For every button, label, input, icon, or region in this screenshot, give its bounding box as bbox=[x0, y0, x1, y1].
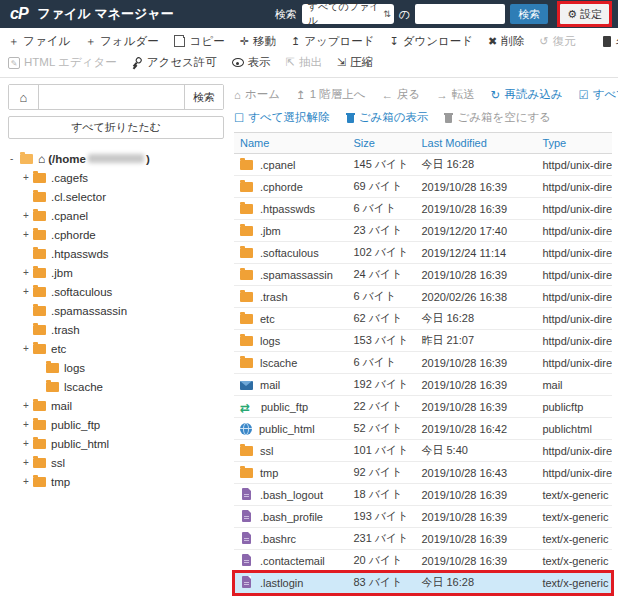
settings-button[interactable]: ⚙ 設定 bbox=[560, 4, 609, 24]
type-cell: text/x-generic bbox=[536, 506, 612, 528]
tree-toggle-icon[interactable]: + bbox=[23, 172, 33, 183]
tree-item-tmp[interactable]: +tmp bbox=[8, 472, 224, 491]
extract-button[interactable]: ⇱抽出 bbox=[286, 55, 322, 70]
delete-button[interactable]: ✖削除 bbox=[488, 34, 524, 49]
upload-button[interactable]: ↥アップロード bbox=[291, 34, 375, 49]
column-header-last-modified[interactable]: Last Modified bbox=[415, 133, 536, 154]
copy-button[interactable]: コピー bbox=[174, 34, 225, 49]
search-input[interactable] bbox=[415, 4, 505, 24]
home-button[interactable]: ⌂ bbox=[9, 85, 39, 109]
tree-toggle-icon[interactable]: + bbox=[23, 419, 33, 430]
tree-toggle-icon[interactable]: + bbox=[23, 457, 33, 468]
tree-toggle-icon[interactable]: + bbox=[23, 438, 33, 449]
html-editor-button[interactable]: ✎HTML エディター bbox=[8, 55, 117, 70]
column-header-name[interactable]: Name bbox=[234, 133, 347, 154]
tree-toggle-icon[interactable]: + bbox=[23, 210, 33, 221]
table-row-.softaculous[interactable]: .softaculous102 バイト2019/12/24 11:14httpd… bbox=[234, 242, 612, 264]
tree-item-lscache[interactable]: lscache bbox=[8, 377, 224, 396]
search-button[interactable]: 検索 bbox=[510, 4, 548, 24]
tree-item-home[interactable]: -⌂(/home) bbox=[8, 149, 224, 168]
table-row-public_html[interactable]: public_html52 バイト2019/10/28 16:42publich… bbox=[234, 418, 612, 440]
size-cell: 231 バイト bbox=[347, 528, 415, 550]
table-row-logs[interactable]: logs153 バイト昨日 21:07httpd/unix-directory bbox=[234, 330, 612, 352]
tree-item-public_ftp[interactable]: +public_ftp bbox=[8, 415, 224, 434]
tree-item-public_html[interactable]: +public_html bbox=[8, 434, 224, 453]
tree-item-.spamassassin[interactable]: .spamassassin bbox=[8, 301, 224, 320]
table-row-.spamassassinboxenable[interactable]: .spamassassinboxenable0 バイト2019/10/28 16… bbox=[234, 594, 612, 597]
back-button[interactable]: ←戻る bbox=[382, 87, 421, 102]
tree-item-label: .cphorde bbox=[51, 229, 96, 241]
table-row-.cpanel[interactable]: .cpanel145 バイト今日 16:28httpd/unix-directo… bbox=[234, 154, 612, 176]
rename-button[interactable]: 名前の変更 bbox=[603, 34, 618, 49]
tree-toggle-icon[interactable]: + bbox=[23, 229, 33, 240]
tree-item-.cphorde[interactable]: +.cphorde bbox=[8, 225, 224, 244]
compress-icon: ⇲ bbox=[337, 56, 346, 69]
deselect-all-button[interactable]: ☐すべて選択解除 bbox=[234, 110, 330, 125]
table-row-.cphorde[interactable]: .cphorde69 バイト2019/10/28 16:39httpd/unix… bbox=[234, 176, 612, 198]
table-row-lscache[interactable]: lscache6 バイト2019/10/28 16:39httpd/unix-d… bbox=[234, 352, 612, 374]
tree-toggle-icon[interactable]: + bbox=[23, 343, 33, 354]
trash-icon bbox=[346, 112, 355, 123]
new-file-button[interactable]: ＋ファイル bbox=[8, 34, 70, 49]
tree-search-input[interactable] bbox=[39, 85, 184, 109]
folder-icon bbox=[33, 458, 46, 468]
column-header-size[interactable]: Size bbox=[347, 133, 415, 154]
up-one-level-button[interactable]: ↥1 階層上へ bbox=[296, 87, 366, 102]
tree-item-.cagefs[interactable]: +.cagefs bbox=[8, 168, 224, 187]
tree-toggle-icon[interactable]: + bbox=[23, 286, 33, 297]
table-row-.bash_logout[interactable]: .bash_logout18 バイト2019/10/28 16:39text/x… bbox=[234, 484, 612, 506]
tree-toggle-icon[interactable]: - bbox=[10, 153, 20, 164]
type-cell: text/x-generic bbox=[536, 484, 612, 506]
name-cell: lscache bbox=[234, 352, 347, 374]
tree-search-button[interactable]: 検索 bbox=[184, 85, 223, 109]
reload-button[interactable]: ↻再読み込み bbox=[491, 87, 563, 102]
permissions-button[interactable]: アクセス許可 bbox=[132, 55, 217, 70]
table-row-.contactemail[interactable]: .contactemail20 バイト2019/10/28 16:39text/… bbox=[234, 550, 612, 572]
tree-item-.trash[interactable]: .trash bbox=[8, 320, 224, 339]
move-button[interactable]: ✛移動 bbox=[240, 34, 276, 49]
table-row-.lastlogin-selected[interactable]: .lastlogin83 バイト今日 16:28text/x-generic bbox=[234, 572, 612, 594]
new-folder-button[interactable]: ＋フォルダー bbox=[85, 34, 159, 49]
empty-trash-button[interactable]: ごみ箱を空にする bbox=[444, 110, 551, 125]
search-scope-select[interactable]: すべてのファイル ⇅ bbox=[302, 4, 394, 24]
table-row-etc[interactable]: etc62 バイト今日 16:28httpd/unix-directory bbox=[234, 308, 612, 330]
table-row-.trash[interactable]: .trash6 バイト2020/02/26 16:38httpd/unix-di… bbox=[234, 286, 612, 308]
forward-button[interactable]: →転送 bbox=[436, 87, 475, 102]
table-row-ssl[interactable]: ssl101 バイト今日 5:40httpd/unix-directory bbox=[234, 440, 612, 462]
tree-toggle-icon[interactable]: + bbox=[23, 476, 33, 487]
collapse-all-button[interactable]: すべて折りたたむ bbox=[8, 116, 224, 139]
view-button[interactable]: 表示 bbox=[232, 55, 271, 70]
table-row-.htpasswds[interactable]: .htpasswds6 バイト2019/10/28 16:39httpd/uni… bbox=[234, 198, 612, 220]
tree-item-logs[interactable]: logs bbox=[8, 358, 224, 377]
table-row-mail[interactable]: mail192 バイト2019/10/28 16:39mail bbox=[234, 374, 612, 396]
view-trash-button[interactable]: ごみ箱の表示 bbox=[346, 110, 429, 125]
tree-item-mail[interactable]: +mail bbox=[8, 396, 224, 415]
table-row-.bashrc[interactable]: .bashrc231 バイト2019/10/28 16:39text/x-gen… bbox=[234, 528, 612, 550]
home-nav-button[interactable]: ⌂ホーム bbox=[234, 87, 280, 102]
tree-item-.softaculous[interactable]: +.softaculous bbox=[8, 282, 224, 301]
tree-item-.htpasswds[interactable]: .htpasswds bbox=[8, 244, 224, 263]
table-row-tmp[interactable]: tmp92 バイト2019/10/28 16:43httpd/unix-dire… bbox=[234, 462, 612, 484]
table-row-.jbm[interactable]: .jbm23 バイト2019/12/20 17:40httpd/unix-dir… bbox=[234, 220, 612, 242]
tree-toggle-icon[interactable]: + bbox=[23, 267, 33, 278]
tree-item-.jbm[interactable]: +.jbm bbox=[8, 263, 224, 282]
tree-item-.cpanel[interactable]: +.cpanel bbox=[8, 206, 224, 225]
last-modified-cell: 今日 16:28 bbox=[415, 572, 536, 594]
tree-item-label: .trash bbox=[51, 324, 80, 336]
tree-item-label: .cpanel bbox=[51, 210, 88, 222]
file-icon bbox=[242, 510, 251, 522]
tree-item-ssl[interactable]: +ssl bbox=[8, 453, 224, 472]
file-name: ssl bbox=[260, 445, 273, 457]
tree-toggle-icon[interactable]: + bbox=[23, 400, 33, 411]
restore-button[interactable]: ↺復元 bbox=[539, 34, 575, 49]
sidebar: ⌂ 検索 すべて折りたたむ -⌂(/home)+.cagefs.cl.selec… bbox=[8, 84, 224, 597]
table-row-public_ftp[interactable]: ⇄public_ftp22 バイト2019/10/28 16:39publicf… bbox=[234, 396, 612, 418]
download-button[interactable]: ↧ダウンロード bbox=[390, 34, 474, 49]
tree-item-.cl.selector[interactable]: .cl.selector bbox=[8, 187, 224, 206]
table-row-.spamassassin[interactable]: .spamassassin24 バイト2019/10/28 16:39httpd… bbox=[234, 264, 612, 286]
compress-button[interactable]: ⇲圧縮 bbox=[337, 55, 373, 70]
column-header-type[interactable]: Type bbox=[536, 133, 612, 154]
select-all-button[interactable]: ☑すべて選択 bbox=[578, 87, 618, 102]
tree-item-etc[interactable]: +etc bbox=[8, 339, 224, 358]
table-row-.bash_profile[interactable]: .bash_profile193 バイト2019/10/28 16:39text… bbox=[234, 506, 612, 528]
